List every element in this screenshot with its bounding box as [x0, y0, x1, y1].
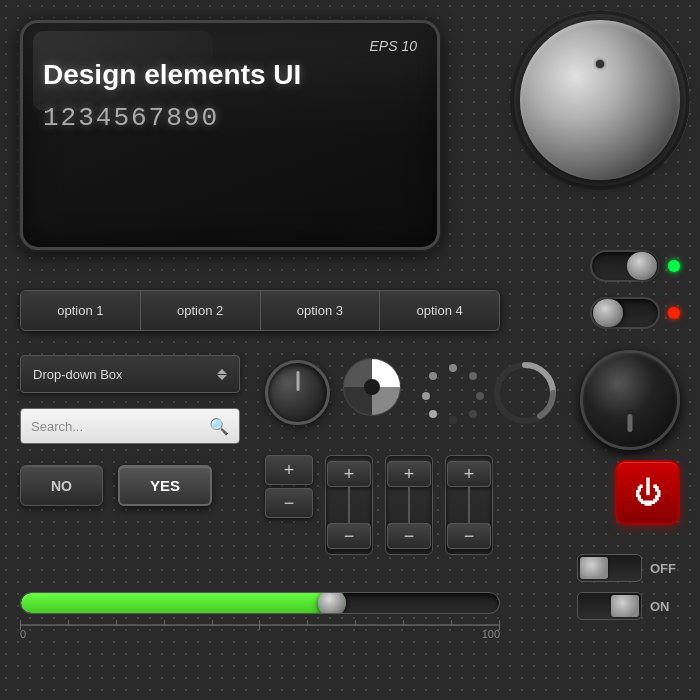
tick	[403, 620, 404, 626]
screen-title: Design elements UI	[43, 59, 417, 91]
dropdown-area: Drop-down Box	[20, 355, 240, 393]
noyes-area: NO YES	[20, 465, 212, 506]
stepper-2-plus[interactable]: +	[327, 461, 371, 487]
toggle-thumb-2	[593, 299, 623, 327]
toggle-indicator-red	[668, 307, 680, 319]
toggle-track-1[interactable]	[590, 250, 660, 282]
option-btn-3[interactable]: option 3	[261, 291, 381, 330]
dropdown-label: Drop-down Box	[33, 367, 123, 382]
offon-knob-off	[580, 557, 608, 579]
options-row: option 1 option 2 option 3 option 4	[20, 290, 500, 331]
tick	[451, 620, 452, 626]
toggle-indicator-green	[668, 260, 680, 272]
spinner-ring-arc	[525, 365, 553, 393]
knob-large[interactable]	[520, 20, 680, 180]
offon-knob-on	[611, 595, 639, 617]
offon-row-on: ON	[577, 592, 680, 620]
stepper-divider	[348, 487, 350, 523]
option-btn-2[interactable]: option 2	[141, 291, 261, 330]
power-icon: ⏻	[634, 479, 662, 507]
offon-switch-off[interactable]	[577, 554, 642, 582]
offon-off-label: OFF	[650, 561, 680, 576]
stepper-3: + −	[385, 455, 433, 555]
stepper-divider-3	[408, 487, 410, 523]
dropdown-arrows	[217, 369, 227, 380]
toggle-switch-2[interactable]	[590, 297, 680, 329]
tick	[355, 620, 356, 626]
ruler-min-label: 0	[20, 628, 26, 640]
offon-on-label: ON	[650, 599, 680, 614]
tick	[116, 620, 117, 626]
spinner-ring-container	[490, 358, 560, 432]
dot-1	[449, 364, 457, 372]
tick	[307, 620, 308, 626]
pie-center	[364, 379, 380, 395]
lcd-screen: EPS 10 Design elements UI 1234567890	[20, 20, 440, 250]
stepper-1-minus[interactable]: −	[265, 488, 313, 518]
stepper-3-plus[interactable]: +	[387, 461, 431, 487]
stepper-4-plus[interactable]: +	[447, 461, 491, 487]
tick-mid	[259, 620, 260, 630]
search-icon: 🔍	[209, 417, 229, 436]
stepper-divider-4	[468, 487, 470, 523]
spinner-dots-container	[418, 358, 488, 432]
slider-thumb[interactable]	[318, 592, 346, 614]
stepper-4-minus[interactable]: −	[447, 523, 491, 549]
digit-chars: 1234567890	[43, 103, 219, 133]
toggle-thumb-1	[627, 252, 657, 280]
tick	[212, 620, 213, 626]
pie-chart	[340, 355, 405, 420]
dot-3	[476, 392, 484, 400]
steppers-area: + − + − + − + −	[265, 455, 493, 555]
search-box[interactable]: Search... 🔍	[20, 408, 240, 444]
offon-switch-on[interactable]	[577, 592, 642, 620]
search-area: Search... 🔍	[20, 408, 240, 444]
slider-area: 0 100	[20, 592, 500, 640]
option-btn-1[interactable]: option 1	[21, 291, 141, 330]
spinner-ring-arc2	[540, 393, 553, 416]
stepper-1: + −	[265, 455, 313, 555]
ruler-max-label: 100	[482, 628, 500, 640]
search-placeholder: Search...	[31, 419, 83, 434]
slider-track[interactable]	[20, 592, 500, 614]
ruler-ticks	[20, 620, 500, 628]
power-button[interactable]: ⏻	[615, 460, 680, 525]
stepper-2: + −	[325, 455, 373, 555]
digit-display: 1234567890	[43, 103, 417, 133]
option-btn-4[interactable]: option 4	[380, 291, 499, 330]
arrow-down-icon	[217, 375, 227, 380]
no-button[interactable]: NO	[20, 465, 103, 506]
dot-6	[429, 410, 437, 418]
toggle-switch-1[interactable]	[590, 250, 680, 282]
tick	[164, 620, 165, 626]
arrow-up-icon	[217, 369, 227, 374]
offon-row-off: OFF	[577, 554, 680, 582]
slider-ruler: 0 100	[20, 620, 500, 640]
stepper-3-minus[interactable]: −	[387, 523, 431, 549]
eps-label: EPS 10	[43, 38, 417, 54]
stepper-1-plus[interactable]: +	[265, 455, 313, 485]
dot-5	[449, 416, 457, 424]
tick	[68, 620, 69, 626]
slider-fill	[21, 593, 346, 613]
dot-4	[469, 410, 477, 418]
dial-circle[interactable]	[265, 360, 330, 425]
yes-button[interactable]: YES	[118, 465, 212, 506]
stepper-4: + −	[445, 455, 493, 555]
knob-black[interactable]	[580, 350, 680, 450]
offon-area: OFF ON	[577, 554, 680, 620]
dot-8	[429, 372, 437, 380]
dot-2	[469, 372, 477, 380]
toggle-area	[590, 250, 680, 329]
toggle-track-2[interactable]	[590, 297, 660, 329]
dropdown-box[interactable]: Drop-down Box	[20, 355, 240, 393]
dot-7	[422, 392, 430, 400]
stepper-2-minus[interactable]: −	[327, 523, 371, 549]
